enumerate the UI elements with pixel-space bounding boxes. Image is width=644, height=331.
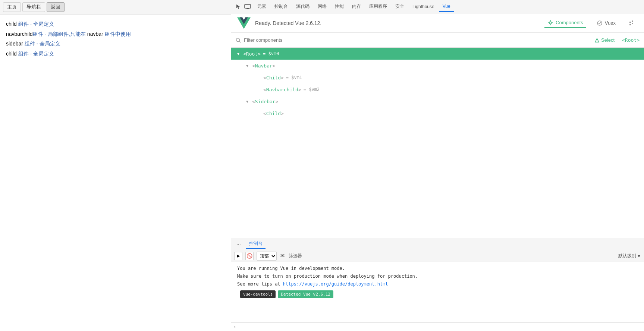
left-panel: 主页 导航栏 返回 child 组件 - 全局定义 navbarchild组件 …	[0, 0, 231, 331]
block-button[interactable]: 🚫	[245, 252, 254, 260]
extra-icon	[629, 20, 635, 26]
tree-row-child1[interactable]: <Child> = $vm1	[231, 72, 644, 83]
context-select-container: 顶部	[257, 252, 277, 261]
right-panel: 元素 控制台 源代码 网络 性能 内存 应用程序 安全 Lighthouse V…	[231, 0, 644, 331]
vue-nav: Components Vuex	[544, 18, 638, 28]
tab-security[interactable]: 安全	[392, 1, 408, 12]
tab-lighthouse[interactable]: Lighthouse	[409, 2, 438, 12]
select-icon	[594, 38, 600, 43]
device-icon[interactable]	[244, 3, 251, 10]
console-tab[interactable]: 控制台	[246, 239, 266, 249]
bottom-panel: ··· 控制台 ▶ 🚫 顶部 👁 筛选器 默认级别 ▼ You are runn…	[231, 238, 644, 331]
chevron-root: ▼	[237, 52, 242, 56]
level-chevron: ▼	[637, 254, 641, 258]
nav-vuex[interactable]: Vuex	[594, 19, 619, 28]
vuex-label: Vuex	[605, 20, 616, 26]
chevron-sidebar: ▼	[246, 100, 251, 104]
tab-console[interactable]: 控制台	[271, 1, 292, 12]
play-button[interactable]: ▶	[234, 252, 242, 260]
cursor-icon[interactable]	[234, 3, 242, 10]
components-icon	[547, 20, 553, 26]
console-message-1: You are running Vue in development mode.	[237, 265, 638, 272]
tab-sources[interactable]: 源代码	[292, 1, 313, 12]
console-message-2: Make sure to turn on production mode whe…	[237, 273, 638, 280]
tab-network[interactable]: 网络	[314, 1, 330, 12]
tree-row-navbarchild[interactable]: <Navbarchild> = $vm2	[231, 83, 644, 95]
tab-vue[interactable]: Vue	[439, 1, 454, 12]
svg-rect-11	[629, 24, 631, 25]
devtools-tabs: 元素 控制台 源代码 网络 性能 内存 应用程序 安全 Lighthouse V…	[231, 0, 644, 13]
more-button[interactable]: ···	[234, 240, 243, 248]
component-tree: ▼ <Root> = $vm0 ▼ <Navbar> <Child> = $vm…	[231, 48, 644, 238]
svg-point-2	[549, 22, 552, 24]
console-content: You are running Vue in development mode.…	[231, 262, 644, 322]
svg-rect-8	[629, 22, 631, 23]
filter-bar: Select <Root>	[231, 33, 644, 48]
vuex-icon	[597, 20, 603, 26]
svg-rect-0	[245, 4, 251, 8]
root-label: <Root>	[622, 37, 640, 43]
console-toolbar: ▶ 🚫 顶部 👁 筛选器 默认级别 ▼	[231, 250, 644, 262]
tab-application[interactable]: 应用程序	[365, 1, 391, 12]
svg-rect-9	[632, 21, 633, 22]
left-line-2: navbarchild组件 - 局部组件,只能在 navbar 组件中使用	[6, 29, 225, 39]
tree-row-navbar[interactable]: ▼ <Navbar>	[231, 60, 644, 72]
nav-components[interactable]: Components	[544, 18, 586, 28]
svg-line-13	[239, 41, 241, 42]
chevron-navbar: ▼	[246, 64, 251, 68]
toolbar: 主页 导航栏 返回	[0, 0, 231, 15]
back-button[interactable]: 返回	[47, 2, 65, 12]
level-select-container: 默认级别 ▼	[618, 253, 641, 259]
filter-label: 筛选器	[289, 253, 302, 259]
left-content: child 组件 - 全局定义 navbarchild组件 - 局部组件,只能在…	[0, 15, 231, 331]
tab-memory[interactable]: 内存	[348, 1, 365, 12]
level-label: 默认级别	[618, 253, 636, 259]
bottom-tabs: ··· 控制台	[231, 238, 644, 250]
components-label: Components	[556, 20, 583, 25]
expand-arrow[interactable]: ›	[231, 322, 644, 331]
deployment-link[interactable]: https://vuejs.org/guide/deployment.html	[283, 281, 388, 287]
svg-point-12	[236, 38, 240, 41]
home-button[interactable]: 主页	[3, 2, 21, 12]
eye-icon[interactable]: 👁	[280, 253, 286, 259]
svg-rect-1	[246, 8, 249, 9]
nav-extra[interactable]	[626, 19, 638, 28]
console-footer: vue-devtools Detected Vue v2.6.12	[237, 289, 638, 300]
left-line-1: child 组件 - 全局定义	[6, 19, 225, 29]
filter-input[interactable]	[244, 37, 594, 43]
vue-header: Ready. Detected Vue 2.6.12. Components V…	[231, 13, 644, 33]
left-line-3: sidebar 组件 - 全局定义	[6, 39, 225, 49]
vue-logo	[237, 16, 251, 30]
select-button[interactable]: Select	[594, 37, 615, 43]
filter-right: Select <Root>	[594, 37, 640, 43]
tree-row-root[interactable]: ▼ <Root> = $vm0	[231, 48, 644, 60]
search-icon	[236, 38, 241, 43]
filter-search	[236, 37, 594, 43]
context-select[interactable]: 顶部	[257, 252, 277, 261]
tree-row-sidebar[interactable]: ▼ <Sidebar>	[231, 95, 644, 107]
console-message-3: See more tips at https://vuejs.org/guide…	[237, 281, 638, 288]
tab-elements[interactable]: 元素	[254, 1, 270, 12]
svg-rect-10	[632, 23, 633, 24]
nav-button[interactable]: 导航栏	[22, 2, 45, 12]
tree-row-child2[interactable]: <Child>	[231, 107, 644, 119]
vue-status: Ready. Detected Vue 2.6.12.	[255, 20, 544, 26]
vue-badge: Detected Vue v2.6.12	[278, 290, 333, 299]
select-label: Select	[601, 37, 615, 43]
svg-point-16	[597, 41, 597, 41]
left-line-4: child 组件 - 全局定义	[6, 49, 225, 59]
tab-performance[interactable]: 性能	[331, 1, 348, 12]
devtools-badge: vue-devtools	[240, 290, 276, 299]
